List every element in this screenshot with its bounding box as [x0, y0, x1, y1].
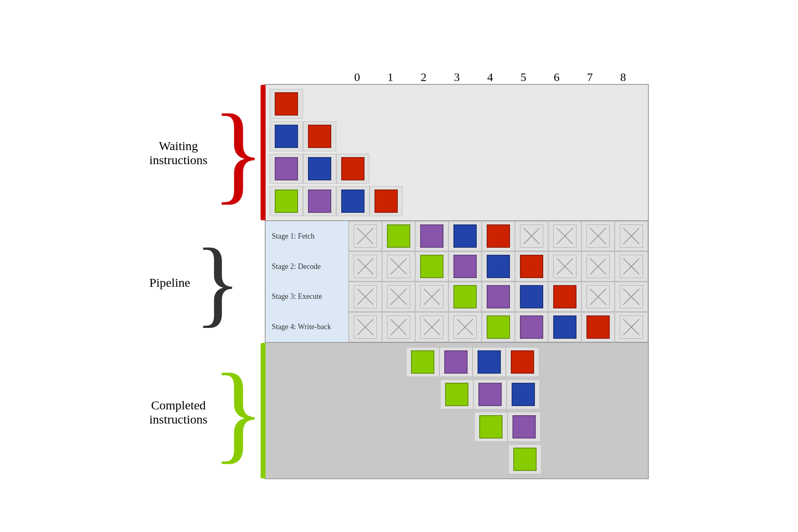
- red-box: [341, 157, 365, 180]
- grid-cell: [270, 121, 303, 151]
- purple-box: [453, 255, 477, 278]
- grid-cell: [548, 282, 581, 312]
- green-box: [479, 415, 502, 438]
- grid-cell: [349, 282, 382, 312]
- blue-box: [478, 350, 501, 374]
- waiting-section: [265, 84, 649, 221]
- grid-cell: [303, 186, 336, 216]
- pipeline-section: Stage 1: FetchStage 2: DecodeStage 3: Ex…: [265, 221, 649, 343]
- purple-box: [512, 415, 536, 438]
- clock-number: 8: [606, 71, 640, 84]
- spacer: [270, 379, 440, 409]
- waiting-row: [270, 154, 644, 184]
- grid-cell: [615, 221, 648, 251]
- grid-cell: [448, 251, 482, 281]
- x-mark: [420, 315, 443, 339]
- pipeline-row: [349, 251, 648, 282]
- label-section: Completedinstructions}: [149, 343, 264, 481]
- x-mark: [620, 224, 643, 248]
- red-box: [275, 92, 298, 116]
- grid-cell: [581, 251, 615, 281]
- grid-cell: [440, 379, 473, 409]
- spacer: [270, 347, 406, 377]
- blue-box: [453, 224, 477, 248]
- green-box: [445, 383, 468, 406]
- x-mark: [520, 224, 543, 248]
- blue-box: [487, 255, 510, 278]
- grid-cell: [270, 89, 303, 119]
- green-box: [387, 224, 410, 248]
- grid-cell: [482, 282, 515, 312]
- pipeline-grid: [349, 221, 648, 342]
- waiting-row: [270, 121, 644, 151]
- clock-number: 6: [540, 71, 573, 84]
- blue-box: [275, 125, 298, 148]
- grid-cell: [369, 186, 403, 216]
- grid-cell: [448, 282, 482, 312]
- completed-row: [270, 379, 644, 409]
- x-mark: [354, 255, 377, 278]
- main-container: 012345678 Waitinginstructions}Pipeline}C…: [149, 67, 648, 481]
- purple-box: [420, 224, 443, 248]
- grid-cell: [270, 186, 303, 216]
- left-labels: Waitinginstructions}Pipeline}Completedin…: [149, 84, 264, 481]
- grid-cell: [382, 221, 415, 251]
- waiting-row: [270, 186, 644, 216]
- grid-cell: [515, 312, 548, 342]
- blue-box: [341, 190, 365, 213]
- x-mark: [620, 285, 643, 308]
- pipeline-stage-label: Stage 2: Decode: [272, 261, 342, 273]
- grid-cell: [336, 186, 369, 216]
- blue-box: [308, 157, 331, 180]
- section-label: Completedinstructions: [149, 398, 207, 426]
- grid-cell: [515, 282, 548, 312]
- grid-cell: [473, 347, 506, 377]
- grid-cell: [415, 312, 448, 342]
- grid-cell: [515, 251, 548, 281]
- x-mark: [553, 224, 576, 248]
- red-box: [553, 285, 576, 308]
- grid-cell: [548, 251, 581, 281]
- clock-number: 1: [374, 71, 407, 84]
- purple-box: [478, 383, 502, 406]
- purple-box: [487, 285, 510, 308]
- x-mark: [387, 315, 410, 339]
- pipeline-stage-label: Stage 4: Write-back: [272, 321, 342, 333]
- green-box: [487, 315, 510, 339]
- blue-box: [553, 315, 576, 339]
- grid-cell: [270, 154, 303, 184]
- grid-cell: [382, 312, 415, 342]
- grid-cell: [415, 221, 448, 251]
- x-mark: [620, 315, 643, 339]
- purple-box: [275, 157, 298, 180]
- waiting-row: [270, 89, 644, 119]
- grid-cell: [581, 282, 615, 312]
- grid-cell: [473, 379, 507, 409]
- green-box: [411, 350, 434, 374]
- red-box: [586, 315, 610, 339]
- pipeline-stage-label: Stage 3: Execute: [272, 291, 342, 303]
- label-section: Waitinginstructions}: [149, 84, 264, 222]
- blue-box: [520, 285, 543, 308]
- green-box: [275, 190, 298, 213]
- grid-cell: [507, 379, 540, 409]
- x-mark: [354, 315, 377, 339]
- pipeline-row: [349, 312, 648, 342]
- x-mark: [586, 285, 610, 308]
- grid-cell: [548, 312, 581, 342]
- brace: }: [212, 98, 264, 208]
- label-section: Pipeline}: [149, 222, 264, 343]
- grid-cell: [474, 412, 507, 442]
- clock-number: 7: [573, 71, 606, 84]
- purple-box: [308, 190, 331, 213]
- red-box: [511, 350, 534, 374]
- red-box: [308, 125, 331, 148]
- grid-cell: [336, 154, 369, 184]
- diagram-layout: Waitinginstructions}Pipeline}Completedin…: [149, 84, 648, 481]
- section-label: Waitinginstructions: [149, 139, 207, 167]
- brace: }: [212, 357, 264, 468]
- grid-cell: [506, 347, 539, 377]
- grid-cell: [448, 312, 482, 342]
- grid-cell: [615, 251, 648, 281]
- section-label: Pipeline: [149, 276, 190, 290]
